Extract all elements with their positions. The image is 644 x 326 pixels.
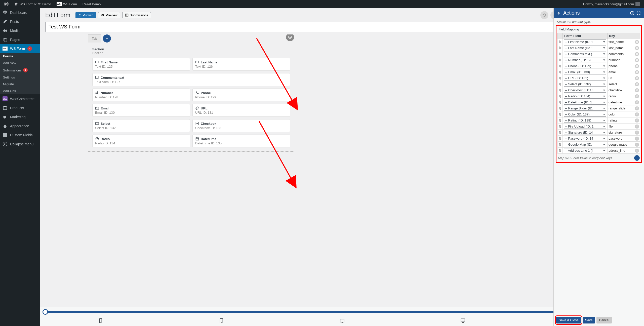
- site-home-link[interactable]: WS Form PRO Demo: [12, 0, 53, 8]
- howdy-user[interactable]: Howdy, maverickandrii@gmail.com: [581, 0, 642, 8]
- wordpress-logo[interactable]: [2, 0, 11, 8]
- admin-bar: WS Form PRO Demo WS:WS Form Reset Demo H…: [0, 0, 644, 8]
- reset-demo-link[interactable]: Reset Demo: [80, 0, 103, 8]
- avatar: [635, 2, 640, 6]
- svg-point-0: [4, 2, 8, 6]
- wsform-adminbar-link[interactable]: WS:WS Form: [55, 0, 79, 8]
